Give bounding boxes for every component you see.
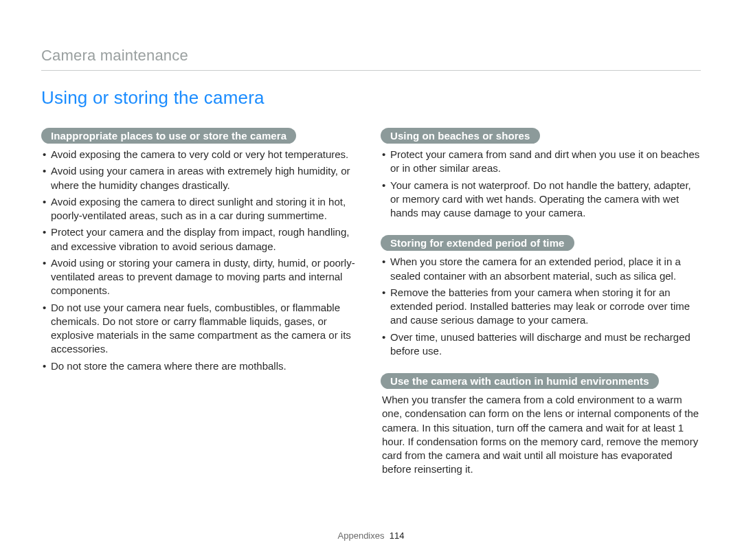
list-item: Do not store the camera where there are … xyxy=(41,359,361,373)
footer-page-number: 114 xyxy=(390,530,405,541)
section-humid-paragraph: When you transfer the camera from a cold… xyxy=(381,393,701,477)
list-item: Remove the batteries from your camera wh… xyxy=(381,286,701,328)
section-humid-title: Use the camera with caution in humid env… xyxy=(381,373,659,389)
main-heading: Using or storing the camera xyxy=(41,87,701,109)
list-item: Protect your camera and the display from… xyxy=(41,225,361,254)
section-storing-title: Storing for extended period of time xyxy=(381,235,574,251)
section-beaches-title: Using on beaches or shores xyxy=(381,128,540,144)
footer-label: Appendixes xyxy=(338,530,385,541)
list-item: Avoid using or storing your camera in du… xyxy=(41,256,361,298)
header-divider xyxy=(41,70,701,71)
content-columns: Inappropriate places to use or store the… xyxy=(41,115,701,477)
section-inappropriate-title: Inappropriate places to use or store the… xyxy=(41,128,296,144)
list-item: Over time, unused batteries will dischar… xyxy=(381,331,701,359)
header-title: Camera maintenance xyxy=(41,47,701,65)
section-inappropriate-list: Avoid exposing the camera to very cold o… xyxy=(41,148,361,373)
list-item: Protect your camera from sand and dirt w… xyxy=(381,148,701,176)
list-item: Do not use your camera near fuels, combu… xyxy=(41,301,361,357)
list-item: When you store the camera for an extende… xyxy=(381,255,701,283)
page-root: Camera maintenance Using or storing the … xyxy=(0,0,742,560)
page-footer: Appendixes 114 xyxy=(0,530,742,541)
section-storing-list: When you store the camera for an extende… xyxy=(381,255,701,358)
section-beaches-list: Protect your camera from sand and dirt w… xyxy=(381,148,701,220)
list-item: Your camera is not waterproof. Do not ha… xyxy=(381,179,701,221)
list-item: Avoid exposing the camera to direct sunl… xyxy=(41,195,361,223)
left-column: Inappropriate places to use or store the… xyxy=(41,115,361,477)
list-item: Avoid exposing the camera to very cold o… xyxy=(41,148,361,161)
list-item: Avoid using your camera in areas with ex… xyxy=(41,164,361,192)
right-column: Using on beaches or shores Protect your … xyxy=(381,115,701,477)
